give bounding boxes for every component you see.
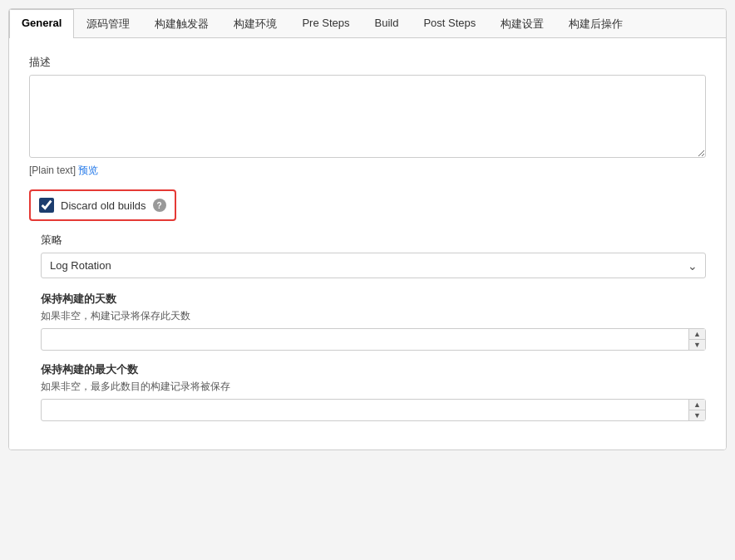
strategy-section: 策略 Log Rotation ⌄ 保持构建的天数 如果非空，构建记录将保存此天… xyxy=(29,233,706,421)
discard-old-builds-label[interactable]: Discard old builds xyxy=(61,199,146,212)
keep-days-section: 保持构建的天数 如果非空，构建记录将保存此天数 ▲ ▼ xyxy=(41,292,706,351)
keep-days-decrement[interactable]: ▼ xyxy=(689,340,705,350)
tab-build-settings[interactable]: 构建设置 xyxy=(488,9,556,38)
keep-days-increment[interactable]: ▲ xyxy=(689,329,705,340)
discard-old-builds-help-icon[interactable]: ? xyxy=(153,199,166,212)
keep-max-spinner: ▲ ▼ xyxy=(688,400,705,420)
strategy-select[interactable]: Log Rotation xyxy=(41,253,706,278)
discard-old-builds-row: Discard old builds ? xyxy=(29,189,176,221)
strategy-label: 策略 xyxy=(41,233,706,248)
tab-build-env[interactable]: 构建环境 xyxy=(221,9,289,38)
preview-link[interactable]: 预览 xyxy=(78,165,98,176)
keep-max-section: 保持构建的最大个数 如果非空，最多此数目的构建记录将被保存 ▲ ▼ xyxy=(41,362,706,421)
discard-old-builds-checkbox[interactable] xyxy=(39,198,54,213)
tab-pre-steps[interactable]: Pre Steps xyxy=(289,9,362,38)
description-label: 描述 xyxy=(29,55,706,70)
tab-build-triggers[interactable]: 构建触发器 xyxy=(142,9,221,38)
plain-text-label: [Plain text] xyxy=(29,165,76,176)
tab-general[interactable]: General xyxy=(9,9,74,38)
tabs-bar: General 源码管理 构建触发器 构建环境 Pre Steps Build … xyxy=(9,9,726,38)
keep-days-input[interactable] xyxy=(41,328,706,351)
keep-max-input[interactable] xyxy=(41,399,706,421)
keep-max-title: 保持构建的最大个数 xyxy=(41,362,706,377)
strategy-select-wrapper: Log Rotation ⌄ xyxy=(41,253,706,278)
keep-max-increment[interactable]: ▲ xyxy=(689,400,705,410)
tab-build[interactable]: Build xyxy=(363,9,412,38)
keep-days-desc: 如果非空，构建记录将保存此天数 xyxy=(41,309,706,323)
description-textarea[interactable] xyxy=(29,75,706,158)
keep-max-decrement[interactable]: ▼ xyxy=(689,410,705,420)
keep-days-input-wrapper: ▲ ▼ xyxy=(41,328,706,351)
keep-max-desc: 如果非空，最多此数目的构建记录将被保存 xyxy=(41,380,706,394)
tab-post-build[interactable]: 构建后操作 xyxy=(556,9,635,38)
content-area: 描述 [Plain text] 预览 Discard old builds ? … xyxy=(9,38,726,449)
keep-days-spinner: ▲ ▼ xyxy=(688,329,705,350)
main-container: General 源码管理 构建触发器 构建环境 Pre Steps Build … xyxy=(8,8,727,450)
preview-links: [Plain text] 预览 xyxy=(29,164,706,178)
tab-source-mgmt[interactable]: 源码管理 xyxy=(74,9,142,38)
tab-post-steps[interactable]: Post Steps xyxy=(411,9,488,38)
keep-days-title: 保持构建的天数 xyxy=(41,292,706,307)
keep-max-input-wrapper: ▲ ▼ xyxy=(41,399,706,421)
